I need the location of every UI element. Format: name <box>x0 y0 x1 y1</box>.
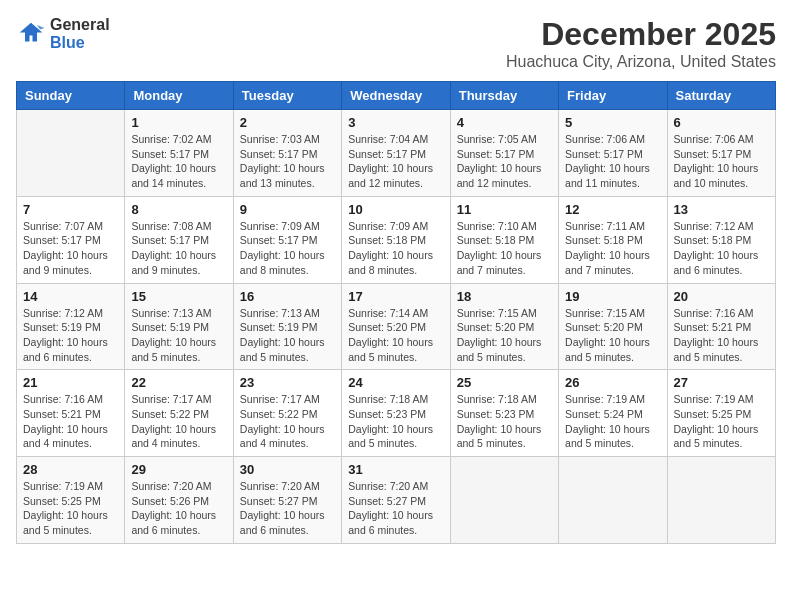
day-info: Sunrise: 7:11 AMSunset: 5:18 PMDaylight:… <box>565 219 660 278</box>
location-title: Huachuca City, Arizona, United States <box>506 53 776 71</box>
day-info: Sunrise: 7:05 AMSunset: 5:17 PMDaylight:… <box>457 132 552 191</box>
month-title: December 2025 <box>506 16 776 53</box>
table-row: 2Sunrise: 7:03 AMSunset: 5:17 PMDaylight… <box>233 110 341 197</box>
table-row: 31Sunrise: 7:20 AMSunset: 5:27 PMDayligh… <box>342 457 450 544</box>
table-row: 24Sunrise: 7:18 AMSunset: 5:23 PMDayligh… <box>342 370 450 457</box>
table-row: 28Sunrise: 7:19 AMSunset: 5:25 PMDayligh… <box>17 457 125 544</box>
day-info: Sunrise: 7:16 AMSunset: 5:21 PMDaylight:… <box>23 392 118 451</box>
table-row: 11Sunrise: 7:10 AMSunset: 5:18 PMDayligh… <box>450 196 558 283</box>
svg-marker-1 <box>37 25 45 30</box>
table-row: 14Sunrise: 7:12 AMSunset: 5:19 PMDayligh… <box>17 283 125 370</box>
table-row: 12Sunrise: 7:11 AMSunset: 5:18 PMDayligh… <box>559 196 667 283</box>
day-number: 22 <box>131 375 226 390</box>
day-number: 19 <box>565 289 660 304</box>
table-row <box>559 457 667 544</box>
table-row: 26Sunrise: 7:19 AMSunset: 5:24 PMDayligh… <box>559 370 667 457</box>
table-row: 9Sunrise: 7:09 AMSunset: 5:17 PMDaylight… <box>233 196 341 283</box>
day-number: 30 <box>240 462 335 477</box>
day-number: 27 <box>674 375 769 390</box>
day-number: 4 <box>457 115 552 130</box>
day-info: Sunrise: 7:17 AMSunset: 5:22 PMDaylight:… <box>131 392 226 451</box>
day-number: 12 <box>565 202 660 217</box>
day-info: Sunrise: 7:14 AMSunset: 5:20 PMDaylight:… <box>348 306 443 365</box>
day-info: Sunrise: 7:18 AMSunset: 5:23 PMDaylight:… <box>457 392 552 451</box>
day-number: 2 <box>240 115 335 130</box>
day-number: 8 <box>131 202 226 217</box>
logo-text: General Blue <box>50 16 110 52</box>
day-number: 13 <box>674 202 769 217</box>
day-info: Sunrise: 7:15 AMSunset: 5:20 PMDaylight:… <box>457 306 552 365</box>
table-row: 7Sunrise: 7:07 AMSunset: 5:17 PMDaylight… <box>17 196 125 283</box>
day-info: Sunrise: 7:04 AMSunset: 5:17 PMDaylight:… <box>348 132 443 191</box>
logo: General Blue <box>16 16 110 52</box>
day-number: 17 <box>348 289 443 304</box>
day-info: Sunrise: 7:07 AMSunset: 5:17 PMDaylight:… <box>23 219 118 278</box>
day-number: 25 <box>457 375 552 390</box>
header-saturday: Saturday <box>667 82 775 110</box>
calendar-week-row: 1Sunrise: 7:02 AMSunset: 5:17 PMDaylight… <box>17 110 776 197</box>
day-info: Sunrise: 7:17 AMSunset: 5:22 PMDaylight:… <box>240 392 335 451</box>
day-number: 3 <box>348 115 443 130</box>
day-info: Sunrise: 7:20 AMSunset: 5:27 PMDaylight:… <box>348 479 443 538</box>
page-header: General Blue December 2025 Huachuca City… <box>16 16 776 71</box>
day-number: 26 <box>565 375 660 390</box>
table-row: 18Sunrise: 7:15 AMSunset: 5:20 PMDayligh… <box>450 283 558 370</box>
day-number: 24 <box>348 375 443 390</box>
day-info: Sunrise: 7:09 AMSunset: 5:18 PMDaylight:… <box>348 219 443 278</box>
table-row: 22Sunrise: 7:17 AMSunset: 5:22 PMDayligh… <box>125 370 233 457</box>
day-number: 23 <box>240 375 335 390</box>
header-sunday: Sunday <box>17 82 125 110</box>
table-row: 23Sunrise: 7:17 AMSunset: 5:22 PMDayligh… <box>233 370 341 457</box>
table-row: 8Sunrise: 7:08 AMSunset: 5:17 PMDaylight… <box>125 196 233 283</box>
table-row: 29Sunrise: 7:20 AMSunset: 5:26 PMDayligh… <box>125 457 233 544</box>
day-info: Sunrise: 7:13 AMSunset: 5:19 PMDaylight:… <box>131 306 226 365</box>
day-info: Sunrise: 7:03 AMSunset: 5:17 PMDaylight:… <box>240 132 335 191</box>
calendar-table: Sunday Monday Tuesday Wednesday Thursday… <box>16 81 776 544</box>
table-row: 5Sunrise: 7:06 AMSunset: 5:17 PMDaylight… <box>559 110 667 197</box>
day-number: 14 <box>23 289 118 304</box>
table-row <box>667 457 775 544</box>
table-row: 3Sunrise: 7:04 AMSunset: 5:17 PMDaylight… <box>342 110 450 197</box>
day-info: Sunrise: 7:09 AMSunset: 5:17 PMDaylight:… <box>240 219 335 278</box>
table-row: 4Sunrise: 7:05 AMSunset: 5:17 PMDaylight… <box>450 110 558 197</box>
table-row: 27Sunrise: 7:19 AMSunset: 5:25 PMDayligh… <box>667 370 775 457</box>
day-info: Sunrise: 7:20 AMSunset: 5:27 PMDaylight:… <box>240 479 335 538</box>
day-number: 9 <box>240 202 335 217</box>
day-info: Sunrise: 7:19 AMSunset: 5:24 PMDaylight:… <box>565 392 660 451</box>
day-number: 31 <box>348 462 443 477</box>
calendar-week-row: 14Sunrise: 7:12 AMSunset: 5:19 PMDayligh… <box>17 283 776 370</box>
table-row: 19Sunrise: 7:15 AMSunset: 5:20 PMDayligh… <box>559 283 667 370</box>
day-info: Sunrise: 7:02 AMSunset: 5:17 PMDaylight:… <box>131 132 226 191</box>
day-info: Sunrise: 7:12 AMSunset: 5:19 PMDaylight:… <box>23 306 118 365</box>
day-info: Sunrise: 7:08 AMSunset: 5:17 PMDaylight:… <box>131 219 226 278</box>
table-row <box>450 457 558 544</box>
calendar-week-row: 28Sunrise: 7:19 AMSunset: 5:25 PMDayligh… <box>17 457 776 544</box>
day-info: Sunrise: 7:15 AMSunset: 5:20 PMDaylight:… <box>565 306 660 365</box>
day-info: Sunrise: 7:20 AMSunset: 5:26 PMDaylight:… <box>131 479 226 538</box>
day-number: 21 <box>23 375 118 390</box>
table-row: 21Sunrise: 7:16 AMSunset: 5:21 PMDayligh… <box>17 370 125 457</box>
day-info: Sunrise: 7:19 AMSunset: 5:25 PMDaylight:… <box>23 479 118 538</box>
table-row: 15Sunrise: 7:13 AMSunset: 5:19 PMDayligh… <box>125 283 233 370</box>
day-number: 11 <box>457 202 552 217</box>
day-number: 1 <box>131 115 226 130</box>
day-number: 16 <box>240 289 335 304</box>
header-monday: Monday <box>125 82 233 110</box>
table-row: 13Sunrise: 7:12 AMSunset: 5:18 PMDayligh… <box>667 196 775 283</box>
table-row: 20Sunrise: 7:16 AMSunset: 5:21 PMDayligh… <box>667 283 775 370</box>
day-number: 18 <box>457 289 552 304</box>
svg-marker-0 <box>20 23 43 42</box>
day-info: Sunrise: 7:12 AMSunset: 5:18 PMDaylight:… <box>674 219 769 278</box>
table-row: 16Sunrise: 7:13 AMSunset: 5:19 PMDayligh… <box>233 283 341 370</box>
day-info: Sunrise: 7:19 AMSunset: 5:25 PMDaylight:… <box>674 392 769 451</box>
day-number: 6 <box>674 115 769 130</box>
day-number: 15 <box>131 289 226 304</box>
day-number: 29 <box>131 462 226 477</box>
table-row: 10Sunrise: 7:09 AMSunset: 5:18 PMDayligh… <box>342 196 450 283</box>
table-row: 1Sunrise: 7:02 AMSunset: 5:17 PMDaylight… <box>125 110 233 197</box>
day-info: Sunrise: 7:10 AMSunset: 5:18 PMDaylight:… <box>457 219 552 278</box>
table-row <box>17 110 125 197</box>
calendar-week-row: 21Sunrise: 7:16 AMSunset: 5:21 PMDayligh… <box>17 370 776 457</box>
calendar-header-row: Sunday Monday Tuesday Wednesday Thursday… <box>17 82 776 110</box>
day-number: 5 <box>565 115 660 130</box>
